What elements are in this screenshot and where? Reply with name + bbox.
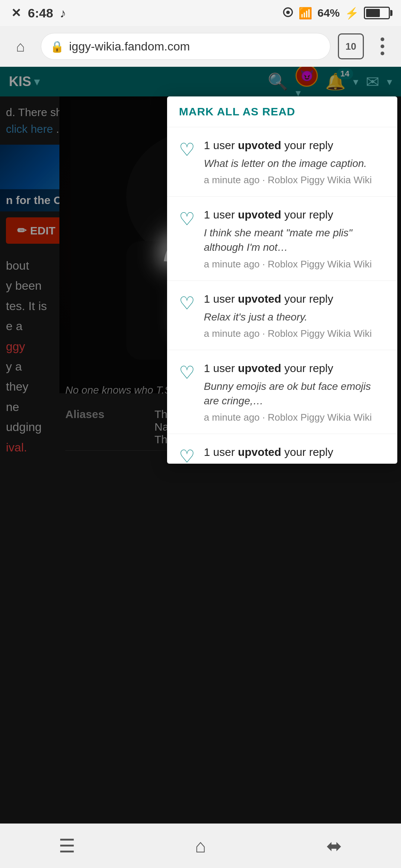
notification-content: 1 user upvoted your reply Relax it's jus… xyxy=(204,291,385,339)
back-icon: ⬌ xyxy=(326,835,342,857)
notification-content: 1 user upvoted your reply What is letter… xyxy=(204,138,385,186)
notification-main-text: 1 user upvoted your reply xyxy=(204,361,385,376)
battery-icon xyxy=(364,7,390,19)
notification-meta: a minute ago · Roblox Piggy Wikia Wiki xyxy=(204,174,385,186)
dropdown-arrow xyxy=(347,96,360,97)
notification-item[interactable]: ♡ 1 user upvoted your reply Relax it's j… xyxy=(167,281,397,350)
notification-time: a minute ago xyxy=(204,174,260,185)
browser-bar: ⌂ 🔒 iggy-wikia.fandom.com 10 xyxy=(0,26,401,67)
notification-preview: I think she meant "mate me plis" althoug… xyxy=(204,226,385,254)
status-bar: ✕ 6:48 ♪ ⦿ 📶 64% ⚡ xyxy=(0,0,401,26)
browser-home-nav-button[interactable]: ⌂ xyxy=(178,831,223,861)
notification-preview: Relax it's just a theory. xyxy=(204,310,385,324)
bolt-icon: ⚡ xyxy=(345,7,359,20)
notification-meta: a minute ago · Roblox Piggy Wikia Wiki xyxy=(204,259,385,270)
wifi-icon: 📶 xyxy=(299,7,312,20)
notification-wiki: Roblox Piggy Wikia Wiki xyxy=(268,412,372,423)
browser-back-button[interactable]: ⬌ xyxy=(312,831,356,861)
notification-preview: Bunny emojis are ok but face emojis are … xyxy=(204,379,385,408)
notification-content: 1 user upvoted your reply xyxy=(204,444,385,463)
home-icon: ⌂ xyxy=(16,38,25,55)
page-background: KIS ▾ 🔍 😈 ▾ 🔔 14 ▾ ✉ ▾ d. There should b… xyxy=(0,67,401,868)
home-nav-icon: ⌂ xyxy=(195,835,206,857)
notification-time: a minute ago xyxy=(204,328,260,339)
notification-item[interactable]: ♡ 1 user upvoted your reply xyxy=(167,434,397,464)
notification-content: 1 user upvoted your reply Bunny emojis a… xyxy=(204,361,385,423)
time-display: 6:48 xyxy=(28,6,53,20)
status-left: ✕ 6:48 ♪ xyxy=(11,6,66,20)
browser-home-button[interactable]: ⌂ xyxy=(7,33,33,59)
status-right: ⦿ 📶 64% ⚡ xyxy=(282,7,390,20)
heart-icon: ♡ xyxy=(179,446,195,464)
hamburger-icon: ☰ xyxy=(59,835,75,857)
notification-main-text: 1 user upvoted your reply xyxy=(204,291,385,307)
mark-all-read-button[interactable]: MARK ALL AS READ xyxy=(179,105,295,118)
tabs-count: 10 xyxy=(346,41,356,52)
menu-dot xyxy=(381,45,384,48)
url-bar[interactable]: 🔒 iggy-wikia.fandom.com xyxy=(41,33,330,60)
heart-icon: ♡ xyxy=(179,139,195,160)
notification-dropdown: MARK ALL AS READ ♡ 1 user upvoted your r… xyxy=(167,96,397,464)
close-icon: ✕ xyxy=(11,6,21,20)
lock-icon: 🔒 xyxy=(50,40,64,53)
notification-content: 1 user upvoted your reply I think she me… xyxy=(204,207,385,270)
notification-main-text: 1 user upvoted your reply xyxy=(204,444,385,460)
heart-icon: ♡ xyxy=(179,362,195,383)
notification-main-text: 1 user upvoted your reply xyxy=(204,138,385,153)
notification-time: a minute ago xyxy=(204,412,260,423)
url-text: iggy-wikia.fandom.com xyxy=(69,40,190,53)
notification-wiki: Roblox Piggy Wikia Wiki xyxy=(268,174,372,185)
browser-menu-button[interactable] xyxy=(371,35,394,57)
battery-percent: 64% xyxy=(317,7,340,19)
dropdown-header: MARK ALL AS READ xyxy=(167,96,397,127)
notification-item[interactable]: ♡ 1 user upvoted your reply I think she … xyxy=(167,197,397,280)
bluetooth-icon: ⦿ xyxy=(282,7,293,19)
menu-dot xyxy=(381,37,384,41)
notification-item[interactable]: ♡ 1 user upvoted your reply What is lett… xyxy=(167,127,397,197)
heart-icon: ♡ xyxy=(179,208,195,229)
notification-item[interactable]: ♡ 1 user upvoted your reply Bunny emojis… xyxy=(167,350,397,434)
notification-meta: a minute ago · Roblox Piggy Wikia Wiki xyxy=(204,328,385,339)
notification-meta: a minute ago · Roblox Piggy Wikia Wiki xyxy=(204,412,385,423)
heart-icon: ♡ xyxy=(179,293,195,313)
menu-dot xyxy=(381,52,384,55)
notification-main-text: 1 user upvoted your reply xyxy=(204,207,385,223)
notification-preview: What is letter on the image caption. xyxy=(204,156,385,171)
browser-menu-nav-button[interactable]: ☰ xyxy=(45,831,89,861)
notification-wiki: Roblox Piggy Wikia Wiki xyxy=(268,328,372,339)
notification-time: a minute ago xyxy=(204,259,260,270)
notification-wiki: Roblox Piggy Wikia Wiki xyxy=(268,259,372,270)
music-icon: ♪ xyxy=(60,6,66,20)
bottom-nav: ☰ ⌂ ⬌ xyxy=(0,823,401,868)
tabs-button[interactable]: 10 xyxy=(338,33,364,59)
